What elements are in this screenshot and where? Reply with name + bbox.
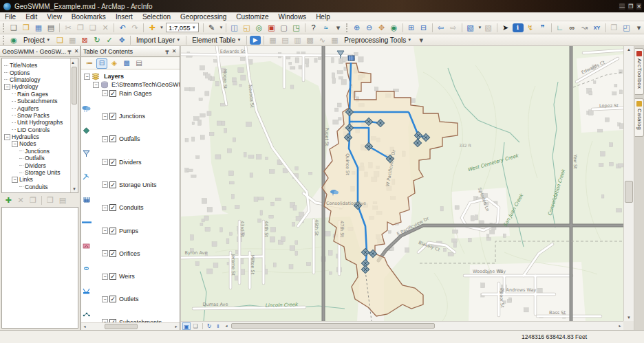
open-element-button[interactable]: ❒ xyxy=(45,195,56,206)
catalog-window-button[interactable]: ◱ xyxy=(242,23,253,33)
report-scatter-button[interactable]: ▩ xyxy=(304,35,315,45)
element-table-menu-button[interactable]: Element Table▼ xyxy=(189,35,244,45)
geoswmm-tree-item-hydraulics[interactable]: −Hydraulics xyxy=(2,133,78,140)
tree-expander-icon[interactable]: − xyxy=(102,228,108,234)
scrollbar-thumb[interactable] xyxy=(231,323,435,329)
geoswmm-tree-item-storage-units[interactable]: Storage Units xyxy=(2,169,78,176)
toc-layer-outlets[interactable]: −✓Outlets xyxy=(81,295,180,303)
add-element-button[interactable]: ✚ xyxy=(3,195,14,206)
tree-expander-icon[interactable]: − xyxy=(4,134,10,140)
menu-geoprocessing[interactable]: Geoprocessing xyxy=(175,13,231,21)
open-document-button[interactable]: ❒ xyxy=(21,23,32,33)
tree-expander-icon[interactable]: − xyxy=(102,113,108,120)
menu-windows[interactable]: Windows xyxy=(274,13,312,21)
toc-layer-rain-gages[interactable]: −✓Rain Gages xyxy=(81,89,180,98)
dock-tab-catalog[interactable]: Catalog xyxy=(634,98,644,137)
project-menu-button[interactable]: Project▼ xyxy=(20,35,54,45)
pump-symbol-icon[interactable] xyxy=(81,242,178,250)
geoswmm-tree-item-climatology[interactable]: Climatology xyxy=(2,76,78,83)
redo-button[interactable]: ↷ xyxy=(129,23,140,33)
report-graph-button[interactable]: ▤ xyxy=(279,35,290,45)
scrollbar-thumb[interactable] xyxy=(625,181,633,203)
report-profile-button[interactable]: ∿ xyxy=(316,35,328,45)
magnifier-window-button[interactable]: ◰ xyxy=(621,23,632,33)
project-layers-button[interactable]: ❖ xyxy=(116,35,127,45)
dock-tab-arctoolbox[interactable]: ArcToolbox xyxy=(634,48,644,95)
report-summary-button[interactable]: ▦ xyxy=(329,35,340,45)
map-scale-combo[interactable]: 1:7,055▼ xyxy=(166,23,199,32)
layer-checkbox[interactable]: ✓ xyxy=(109,204,116,211)
search-window-button[interactable]: ◎ xyxy=(254,23,265,33)
toc-layer-outfalls[interactable]: −✓Outfalls xyxy=(81,135,180,143)
tree-expander-icon[interactable]: − xyxy=(102,90,108,96)
zoom-in-button[interactable]: ⊕ xyxy=(352,23,363,33)
layer-checkbox[interactable]: ✓ xyxy=(109,113,116,120)
tree-expander-icon[interactable]: − xyxy=(102,205,108,211)
close-icon[interactable]: ✕ xyxy=(171,48,178,54)
print-button[interactable]: ▤ xyxy=(45,23,56,33)
add-data-button[interactable]: ✚ xyxy=(147,23,158,33)
scrollbar-thumb[interactable] xyxy=(105,324,138,329)
geoswmm-tree-item-nodes[interactable]: −Nodes xyxy=(2,140,78,147)
pin-icon[interactable]: ┳ xyxy=(66,48,73,54)
toc-layer-storage-units[interactable]: −✓Storage Units xyxy=(81,181,180,189)
scrollbar-thumb[interactable] xyxy=(72,67,77,104)
close-icon[interactable]: ✕ xyxy=(73,48,80,54)
preprocessing-tools-menu-button[interactable]: Preprocessing Tools▼ xyxy=(341,35,415,45)
layer-checkbox[interactable]: ✓ xyxy=(109,273,116,280)
scroll-down-arrow[interactable]: ▼ xyxy=(71,186,78,192)
tree-expander-icon[interactable]: − xyxy=(12,141,18,147)
back-extent-button[interactable]: ⇦ xyxy=(436,23,447,33)
geoswmm-tree-item-title-notes[interactable]: Title/Notes xyxy=(2,62,78,69)
data-view-button[interactable]: ▣ xyxy=(182,322,191,330)
geoswmm-tree-item-conduits[interactable]: Conduits xyxy=(2,184,78,190)
find-route-button[interactable]: ↝ xyxy=(579,23,590,33)
refresh-project-button[interactable]: ↻ xyxy=(92,35,103,45)
copy-element-button[interactable]: ❐ xyxy=(28,195,39,206)
toc-layer-dividers[interactable]: −✓Dividers xyxy=(81,157,180,166)
fixed-zoom-in-button[interactable]: ⊞ xyxy=(406,23,417,33)
undo-button[interactable]: ↶ xyxy=(117,23,128,33)
layer-checkbox[interactable]: ✓ xyxy=(109,228,116,234)
geoswmm-tree-item-options[interactable]: Options xyxy=(2,69,78,76)
list-by-drawing-order-button[interactable]: ≔ xyxy=(84,58,95,69)
storage-unit-symbol-icon[interactable] xyxy=(81,196,178,203)
refresh-view-button[interactable]: ↻ xyxy=(205,322,213,330)
minimize-button[interactable]: — xyxy=(619,3,625,10)
project-globe-button[interactable]: ◉ xyxy=(8,35,19,45)
menu-view[interactable]: View xyxy=(42,13,67,21)
layer-checkbox[interactable]: ✓ xyxy=(109,250,116,257)
outlet-symbol-icon[interactable] xyxy=(81,311,178,318)
copy-button[interactable]: ❐ xyxy=(75,23,86,33)
outfall-symbol-icon[interactable] xyxy=(81,150,178,157)
tree-expander-icon[interactable]: − xyxy=(93,82,99,88)
toc-window-button[interactable]: ◫ xyxy=(229,23,240,33)
menu-customize[interactable]: Customize xyxy=(231,13,273,21)
element-properties-button[interactable]: ▤ xyxy=(57,195,68,206)
geoswmm-tree-scrollbar[interactable]: ▲▼ xyxy=(70,58,78,192)
layer-checkbox[interactable]: ✓ xyxy=(109,296,116,302)
hyperlink-button[interactable]: ↯ xyxy=(525,23,536,33)
geoswmm-tree-item-hydrology[interactable]: −Hydrology xyxy=(2,83,78,90)
layer-checkbox[interactable]: ✓ xyxy=(109,181,116,188)
geoswmm-wave-button[interactable]: ≈ xyxy=(321,23,332,33)
cut-button[interactable]: ✂ xyxy=(63,23,74,33)
toc-item-layers[interactable]: −Layers xyxy=(81,72,180,80)
save-document-button[interactable]: ▦ xyxy=(33,23,44,33)
report-table-button[interactable]: ▦ xyxy=(267,35,278,45)
paste-button[interactable]: ❏ xyxy=(87,23,98,33)
geoswmm-tree-item-aquifers[interactable]: Aquifers xyxy=(2,104,78,111)
list-by-source-button[interactable]: ⊟ xyxy=(96,58,107,69)
geoswmm-tree-item-links[interactable]: −Links xyxy=(2,176,78,183)
editor-pencil-button[interactable]: ✎ xyxy=(206,23,217,33)
measure-button[interactable]: ∟ xyxy=(555,23,566,33)
delete-button[interactable]: ✕ xyxy=(100,23,111,33)
tree-expander-icon[interactable]: − xyxy=(102,159,108,165)
geoswmm-tree-item-subcatchments[interactable]: Subcatchments xyxy=(2,98,78,104)
weir-symbol-icon[interactable] xyxy=(81,287,178,295)
scroll-up-arrow[interactable]: ▲ xyxy=(71,60,75,65)
map-canvas[interactable]: Edwards StMoore StNevada StPuget StQuinc… xyxy=(181,46,623,321)
python-window-button[interactable]: ▢ xyxy=(279,23,290,33)
menu-insert[interactable]: Insert xyxy=(111,13,138,21)
geoswmm-overflow-button[interactable]: ▾ xyxy=(416,35,427,45)
